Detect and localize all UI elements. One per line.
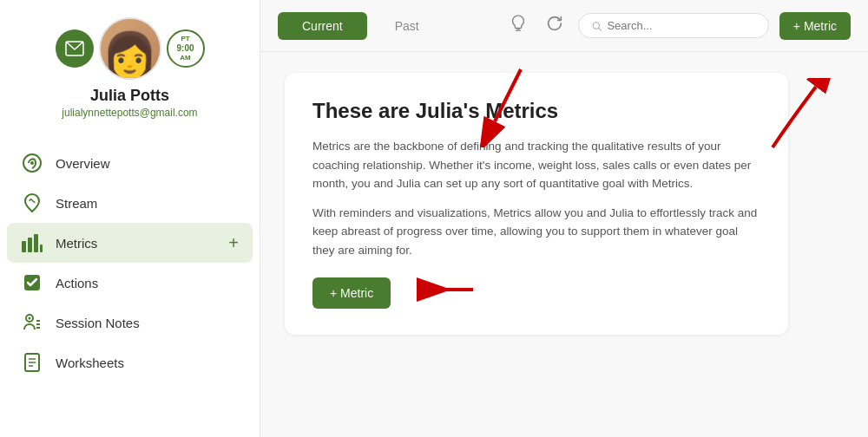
sidebar-item-session-notes-label: Session Notes <box>56 316 140 330</box>
tab-past[interactable]: Past <box>378 12 437 40</box>
avatar: 👩 <box>99 17 161 80</box>
overview-svg <box>22 153 43 173</box>
search-icon <box>591 20 602 32</box>
user-email: julialynnettepotts@gmail.com <box>62 107 197 119</box>
actions-svg <box>22 272 43 293</box>
svg-point-2 <box>30 161 34 165</box>
content-area: These are Julia's Metrics Metrics are th… <box>260 52 868 437</box>
metrics-svg <box>21 232 43 253</box>
sidebar-item-worksheets-label: Worksheets <box>56 355 124 370</box>
session-notes-icon <box>21 311 43 334</box>
sidebar-item-overview[interactable]: Overview <box>0 143 260 183</box>
search-box <box>578 13 769 38</box>
worksheets-svg <box>22 352 43 373</box>
metrics-card-desc1: Metrics are the backbone of defining and… <box>312 137 760 193</box>
sidebar-item-metrics[interactable]: Metrics + <box>7 223 253 263</box>
user-name: Julia Potts <box>90 87 169 105</box>
sidebar-item-stream[interactable]: Stream <box>0 183 260 223</box>
metrics-plus-button[interactable]: + <box>228 233 239 253</box>
sidebar-nav: Overview Stream Metrics <box>0 143 260 382</box>
session-svg <box>22 312 43 333</box>
sidebar-item-stream-label: Stream <box>56 196 97 211</box>
sidebar-item-overview-label: Overview <box>56 156 110 171</box>
sidebar-item-metrics-label: Metrics <box>56 236 97 251</box>
metrics-card-desc2: With reminders and visualizations, Metri… <box>312 204 760 260</box>
metrics-card: These are Julia's Metrics Metrics are th… <box>285 73 788 335</box>
svg-rect-6 <box>40 245 43 252</box>
ampm-label: AM <box>180 54 190 62</box>
svg-rect-4 <box>28 238 32 252</box>
svg-line-20 <box>598 28 601 30</box>
sidebar: 👩 PT 9:00 AM Julia Potts julialynnettepo… <box>0 0 260 437</box>
svg-point-9 <box>29 317 31 320</box>
time-badge: PT 9:00 AM <box>167 29 205 68</box>
sidebar-item-actions[interactable]: Actions <box>0 263 260 303</box>
svg-rect-5 <box>34 234 38 252</box>
sidebar-item-actions-label: Actions <box>56 276 98 290</box>
add-metric-button-top[interactable]: + Metric <box>779 12 851 40</box>
timezone-label: PT <box>181 35 189 43</box>
metrics-card-title: These are Julia's Metrics <box>312 99 760 123</box>
stream-icon <box>21 192 43 214</box>
metrics-icon <box>21 232 43 254</box>
refresh-icon <box>545 14 564 33</box>
sidebar-item-worksheets[interactable]: Worksheets <box>0 342 260 382</box>
avatar-row: 👩 PT 9:00 AM <box>56 17 205 80</box>
refresh-button[interactable] <box>542 10 568 41</box>
add-metric-button-card[interactable]: + Metric <box>312 277 391 309</box>
email-icon-circle[interactable] <box>56 29 94 68</box>
stream-svg <box>22 192 43 213</box>
sidebar-item-session-notes[interactable]: Session Notes <box>0 303 260 342</box>
main-content: Current Past + Metric <box>260 0 868 437</box>
arrow-left <box>408 272 477 307</box>
svg-rect-3 <box>22 241 26 252</box>
email-icon <box>65 41 84 56</box>
search-input[interactable] <box>607 19 755 32</box>
tab-current[interactable]: Current <box>278 12 367 40</box>
topbar: Current Past + Metric <box>260 0 868 52</box>
overview-icon <box>21 152 43 174</box>
worksheets-icon <box>21 351 43 374</box>
user-profile-section: 👩 PT 9:00 AM Julia Potts julialynnettepo… <box>56 17 205 119</box>
actions-icon <box>21 271 43 294</box>
time-value: 9:00 <box>176 43 194 54</box>
lightbulb-icon <box>509 14 528 33</box>
lightbulb-button[interactable] <box>505 10 531 41</box>
